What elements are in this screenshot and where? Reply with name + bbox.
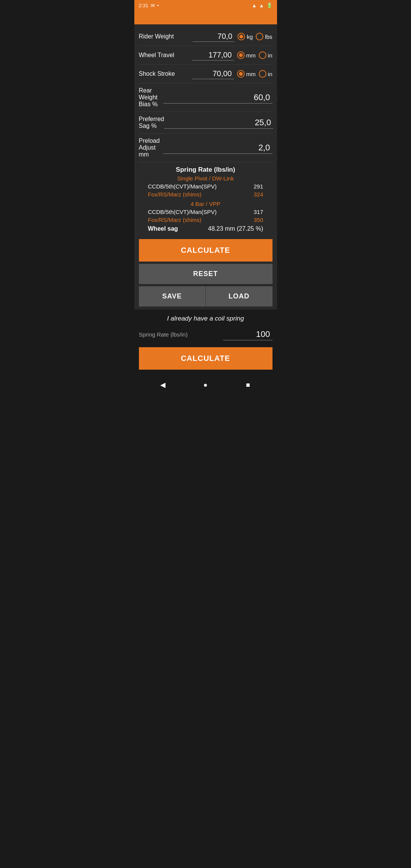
rider-weight-row: Rider Weight kg lbs (139, 27, 272, 46)
results-title: Spring Rate (lbs/in) (140, 166, 271, 174)
ss-in-label: in (268, 71, 272, 77)
result-row-4-value: 350 (253, 217, 263, 223)
four-bar-subtitle: 4 Bar / VPP (140, 201, 271, 207)
lbs-radio[interactable] (256, 33, 263, 40)
preferred-sag-input[interactable] (164, 117, 273, 129)
preferred-sag-label: Preferred Sag % (139, 116, 164, 129)
rear-weight-input[interactable] (163, 92, 272, 104)
signal-icon: ▲ (259, 3, 264, 8)
wt-mm-label: mm (246, 52, 256, 59)
wt-in-label: in (268, 52, 272, 59)
result-row-1-value: 291 (253, 183, 263, 190)
reset-button[interactable]: RESET (139, 264, 272, 284)
ss-mm-label: mm (246, 71, 256, 77)
wt-in-option[interactable]: in (259, 51, 272, 59)
coil-section: I already have a coil spring Spring Rate… (134, 310, 277, 373)
single-pivot-subtitle: Single Pivot / DW-Link (140, 175, 271, 182)
kg-option[interactable]: kg (237, 33, 253, 40)
result-row-1-label: CCDB/5th(CVT)/Man(SPV) (148, 183, 217, 190)
preload-adjust-row: Preload Adjust mm (139, 134, 272, 162)
save-load-row: SAVE LOAD (139, 286, 272, 306)
preload-adjust-label: Preload Adjust mm (139, 137, 163, 158)
ss-mm-radio[interactable] (237, 70, 245, 78)
result-row-3: CCDB/5th(CVT)/Man(SPV) 317 (140, 208, 271, 216)
kg-radio[interactable] (237, 33, 245, 40)
result-row-3-value: 317 (253, 209, 263, 215)
wt-mm-radio[interactable] (237, 51, 245, 59)
back-button[interactable]: ◀ (156, 378, 170, 392)
recents-button[interactable]: ■ (241, 378, 255, 392)
wt-in-radio[interactable] (259, 51, 266, 59)
ss-mm-option[interactable]: mm (237, 70, 256, 78)
status-right: ▲ ▲ 🔋 (252, 3, 272, 8)
wheel-travel-row: Wheel Travel mm in (139, 46, 272, 65)
battery-icon: 🔋 (266, 3, 272, 8)
nav-bar: ◀ ● ■ (134, 377, 277, 393)
home-button[interactable]: ● (199, 378, 212, 392)
result-row-4: Fox/RS/Marz (shims) 350 (140, 216, 271, 224)
result-row-2: Fox/RS/Marz (shims) 324 (140, 190, 271, 198)
header-bar (134, 11, 277, 24)
result-row-4-label: Fox/RS/Marz (shims) (148, 217, 202, 223)
rider-weight-input[interactable] (193, 31, 234, 42)
ss-in-radio[interactable] (259, 70, 266, 78)
rear-weight-row: Rear Weight Bias % (139, 83, 272, 112)
time-display: 2:31 (139, 3, 148, 8)
calculate-button[interactable]: CALCULATE (139, 239, 272, 262)
shock-stroke-row: Shock Stroke mm in (139, 65, 272, 83)
rear-weight-label: Rear Weight Bias % (139, 87, 163, 108)
preferred-sag-row: Preferred Sag % (139, 112, 272, 134)
ss-in-option[interactable]: in (259, 70, 272, 78)
mail-icon: ✉ (151, 3, 155, 8)
result-row-2-value: 324 (253, 191, 263, 198)
wheel-sag-label: Wheel sag (148, 225, 178, 232)
result-row-3-label: CCDB/5th(CVT)/Man(SPV) (148, 209, 217, 215)
coil-title: I already have a coil spring (139, 315, 272, 322)
shock-stroke-label: Shock Stroke (139, 70, 192, 77)
wt-mm-option[interactable]: mm (237, 51, 256, 59)
kg-label: kg (247, 34, 253, 40)
status-bar: 2:31 ✉ • ▲ ▲ 🔋 (134, 0, 277, 11)
shock-stroke-units: mm in (237, 70, 272, 78)
save-button[interactable]: SAVE (139, 286, 206, 306)
dot-icon: • (157, 3, 159, 8)
wifi-icon: ▲ (252, 3, 257, 8)
coil-spring-rate-label: Spring Rate (lbs/in) (139, 331, 223, 338)
lbs-label: lbs (265, 34, 272, 40)
wheel-travel-input[interactable] (192, 50, 234, 61)
wheel-travel-units: mm in (237, 51, 272, 59)
coil-spring-rate-input[interactable] (223, 329, 272, 340)
result-row-2-label: Fox/RS/Marz (shims) (148, 191, 202, 198)
load-button[interactable]: LOAD (206, 286, 272, 306)
calculate2-button[interactable]: CALCULATE (139, 347, 272, 370)
wheel-sag-row: Wheel sag 48.23 mm (27.25 %) (140, 224, 271, 234)
wheel-travel-label: Wheel Travel (139, 52, 192, 59)
result-row-1: CCDB/5th(CVT)/Man(SPV) 291 (140, 182, 271, 190)
results-section: Spring Rate (lbs/in) Single Pivot / DW-L… (139, 162, 272, 236)
wheel-sag-value: 48.23 mm (27.25 %) (208, 225, 263, 232)
rider-weight-units: kg lbs (237, 33, 272, 40)
rider-weight-label: Rider Weight (139, 33, 193, 40)
shock-stroke-input[interactable] (192, 69, 234, 79)
main-content: Rider Weight kg lbs Wheel Travel mm in (134, 24, 277, 310)
coil-spring-rate-row: Spring Rate (lbs/in) (139, 326, 272, 343)
lbs-option[interactable]: lbs (256, 33, 272, 40)
preload-adjust-input[interactable] (163, 142, 272, 154)
status-left: 2:31 ✉ • (139, 3, 159, 8)
